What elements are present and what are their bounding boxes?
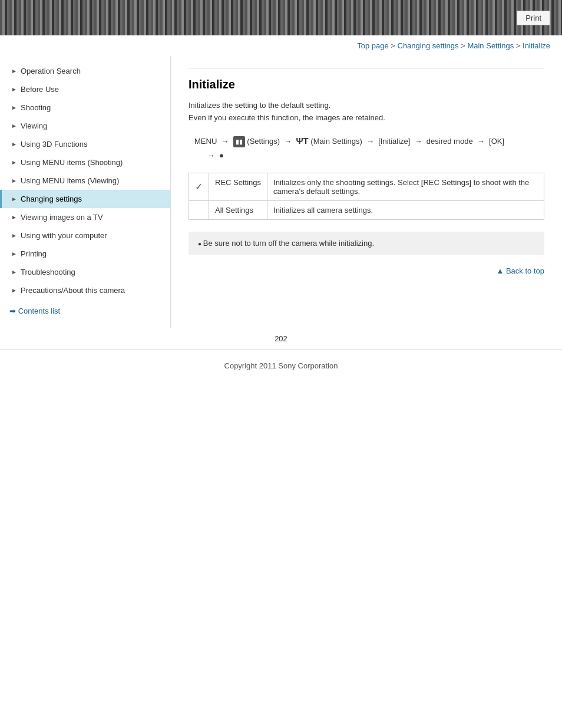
sidebar-item-label: Before Use bbox=[21, 85, 164, 94]
sidebar-item-using-with-computer[interactable]: ► Using with your computer bbox=[0, 226, 170, 245]
sidebar-item-operation-search[interactable]: ► Operation Search bbox=[0, 62, 170, 80]
arrow-icon: ► bbox=[11, 196, 17, 202]
sidebar-item-label: Using MENU items (Shooting) bbox=[21, 158, 164, 167]
breadcrumb-main-settings[interactable]: Main Settings bbox=[467, 41, 514, 50]
arrow-icon: ► bbox=[11, 251, 17, 257]
sidebar-item-label: Changing settings bbox=[21, 195, 164, 203]
footer: Copyright 2011 Sony Corporation bbox=[0, 349, 562, 394]
setting-name-all: All Settings bbox=[209, 200, 267, 219]
arrow-icon: ► bbox=[11, 141, 17, 147]
contents-link[interactable]: ➡ Contents list bbox=[0, 299, 170, 322]
arrow-icon: ► bbox=[11, 86, 17, 93]
back-to-top-label: Back to top bbox=[506, 266, 544, 275]
contents-list-link[interactable]: ➡ Contents list bbox=[9, 307, 60, 315]
sidebar-item-using-menu-shooting[interactable]: ► Using MENU items (Shooting) bbox=[0, 153, 170, 172]
table-row: ✓ REC Settings Initializes only the shoo… bbox=[189, 173, 544, 200]
sidebar-item-label: Using with your computer bbox=[21, 231, 164, 240]
arrow-icon: ► bbox=[11, 269, 17, 275]
content-divider bbox=[189, 68, 544, 68]
main-layout: ► Operation Search ► Before Use ► Shooti… bbox=[0, 56, 562, 328]
table-row: All Settings Initializes all camera sett… bbox=[189, 200, 544, 219]
sidebar-item-label: Troubleshooting bbox=[21, 268, 164, 276]
sidebar-item-troubleshooting[interactable]: ► Troubleshooting bbox=[0, 263, 170, 281]
arrow-icon: ► bbox=[11, 232, 17, 239]
triangle-up-icon: ▲ bbox=[496, 266, 505, 275]
print-button[interactable]: Print bbox=[517, 11, 550, 25]
settings-table: ✓ REC Settings Initializes only the shoo… bbox=[189, 173, 544, 220]
arrow-icon: ► bbox=[11, 68, 17, 74]
breadcrumb-initialize[interactable]: Initialize bbox=[523, 41, 550, 50]
sidebar-item-using-3d-functions[interactable]: ► Using 3D Functions bbox=[0, 135, 170, 153]
back-to-top: ▲ Back to top bbox=[189, 266, 544, 275]
contents-list-label: Contents list bbox=[18, 307, 61, 315]
menu-instruction: MENU → ▮▮ (Settings) → ΨT (Main Settings… bbox=[189, 133, 544, 162]
sidebar-item-changing-settings[interactable]: ► Changing settings bbox=[0, 190, 170, 208]
sidebar-item-shooting[interactable]: ► Shooting bbox=[0, 98, 170, 117]
arrow-icon: ► bbox=[11, 159, 17, 166]
back-to-top-link[interactable]: ▲ Back to top bbox=[496, 266, 544, 275]
description-line1: Initializes the setting to the default s… bbox=[189, 100, 544, 112]
arrow-icon: ► bbox=[11, 214, 17, 220]
sidebar: ► Operation Search ► Before Use ► Shooti… bbox=[0, 56, 171, 328]
note-box: Be sure not to turn off the camera while… bbox=[189, 232, 544, 255]
breadcrumb-top-page[interactable]: Top page bbox=[357, 41, 389, 50]
arrow-icon: ► bbox=[11, 287, 17, 294]
setting-desc-all: Initializes all camera settings. bbox=[267, 200, 544, 219]
sidebar-item-label: Precautions/About this camera bbox=[21, 286, 164, 295]
arrow-icon: ► bbox=[11, 123, 17, 129]
sidebar-item-viewing-images-tv[interactable]: ► Viewing images on a TV bbox=[0, 208, 170, 226]
breadcrumb: Top page > Changing settings > Main Sett… bbox=[0, 35, 562, 56]
copyright: Copyright 2011 Sony Corporation bbox=[224, 361, 338, 370]
setting-desc-rec: Initializes only the shooting settings. … bbox=[267, 173, 544, 200]
sidebar-item-label: Using 3D Functions bbox=[21, 140, 164, 149]
sidebar-item-before-use[interactable]: ► Before Use bbox=[0, 80, 170, 98]
description-line2: Even if you execute this function, the i… bbox=[189, 112, 544, 124]
content-description: Initializes the setting to the default s… bbox=[189, 100, 544, 124]
sidebar-item-printing[interactable]: ► Printing bbox=[0, 245, 170, 263]
checkmark-cell: ✓ bbox=[189, 173, 209, 200]
sidebar-item-label: Operation Search bbox=[21, 67, 164, 75]
empty-icon-cell bbox=[189, 200, 209, 219]
note-item: Be sure not to turn off the camera while… bbox=[198, 239, 535, 248]
checkmark-icon: ✓ bbox=[195, 182, 203, 192]
setting-name-rec: REC Settings bbox=[209, 173, 267, 200]
sidebar-item-viewing[interactable]: ► Viewing bbox=[0, 117, 170, 135]
page-number: 202 bbox=[0, 328, 562, 349]
content-area: Initialize Initializes the setting to th… bbox=[171, 56, 562, 293]
sidebar-item-using-menu-viewing[interactable]: ► Using MENU items (Viewing) bbox=[0, 172, 170, 190]
sidebar-item-precautions[interactable]: ► Precautions/About this camera bbox=[0, 281, 170, 299]
sidebar-item-label: Using MENU items (Viewing) bbox=[21, 176, 164, 185]
breadcrumb-changing-settings[interactable]: Changing settings bbox=[398, 41, 459, 50]
sidebar-item-label: Printing bbox=[21, 249, 164, 258]
arrow-icon: ► bbox=[11, 104, 17, 111]
sidebar-item-label: Shooting bbox=[21, 103, 164, 112]
page-title: Initialize bbox=[189, 78, 544, 91]
arrow-icon: ► bbox=[11, 177, 17, 184]
sidebar-item-label: Viewing images on a TV bbox=[21, 213, 164, 222]
header-bar: Print bbox=[0, 0, 562, 35]
sidebar-item-label: Viewing bbox=[21, 121, 164, 130]
arrow-right-icon: ➡ bbox=[9, 307, 16, 315]
